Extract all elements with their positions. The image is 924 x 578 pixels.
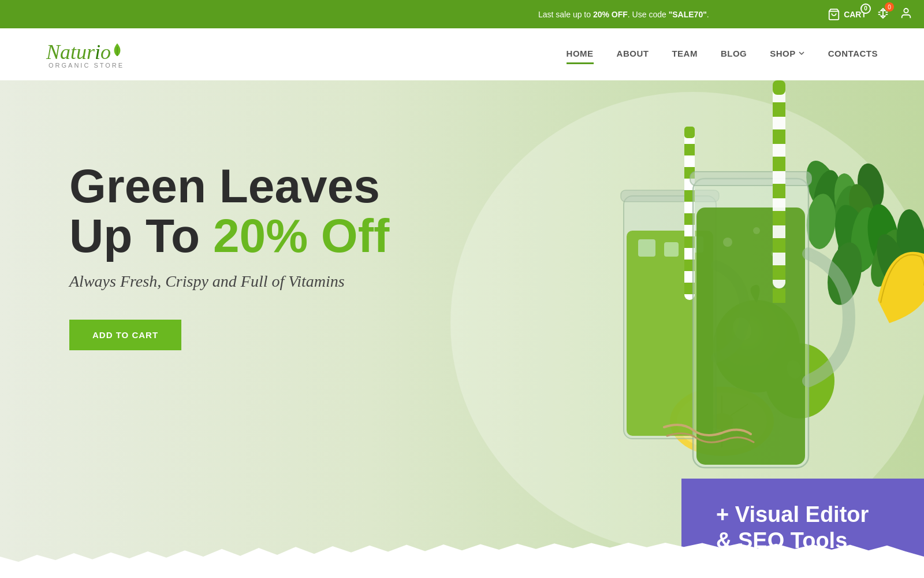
- hero-subtitle: Always Fresh, Crispy and Full of Vitamin…: [69, 272, 389, 291]
- hero-section: Green Leaves Up To 20% Off Always Fresh,…: [0, 80, 924, 577]
- badge-line1: + Visual Editor: [716, 502, 889, 528]
- compare-count: 0: [885, 2, 894, 12]
- hero-line2: Up To 20% Off: [69, 211, 389, 261]
- logo-name: Naturio: [46, 40, 111, 64]
- nav-team[interactable]: TEAM: [672, 49, 698, 61]
- logo-subtitle: ORGANIC STORE: [49, 62, 124, 69]
- header: Naturio ORGANIC STORE HOME ABOUT TEAM BL…: [0, 28, 924, 80]
- hero-line1: Green Leaves: [69, 161, 389, 211]
- user-icon: [900, 7, 912, 20]
- nav-home[interactable]: HOME: [567, 49, 594, 61]
- hero-content: Green Leaves Up To 20% Off Always Fresh,…: [69, 161, 389, 350]
- nav-about[interactable]: ABOUT: [617, 49, 649, 61]
- top-bar: Last sale up to 20% OFF. Use code "SALE7…: [0, 0, 924, 28]
- svg-rect-61: [773, 288, 785, 303]
- top-bar-icons: CART 0 0: [828, 7, 912, 21]
- nav-blog[interactable]: BLOG: [721, 49, 747, 61]
- svg-rect-58: [773, 211, 785, 225]
- hero-line2-black: Up To: [69, 209, 213, 262]
- svg-rect-51: [690, 172, 811, 186]
- svg-rect-34: [664, 242, 679, 257]
- nav-shop[interactable]: SHOP: [770, 49, 805, 61]
- chevron-down-icon: [798, 50, 805, 57]
- top-bar-message: Last sale up to 20% OFF. Use code "SALE7…: [420, 10, 828, 19]
- svg-rect-38: [684, 127, 695, 138]
- cart-icon: [828, 8, 840, 21]
- svg-rect-56: [773, 157, 785, 171]
- add-to-cart-button[interactable]: ADD TO CART: [69, 320, 181, 350]
- svg-rect-53: [773, 80, 785, 95]
- hero-line2-green: 20% Off: [213, 209, 389, 262]
- svg-rect-57: [773, 184, 785, 198]
- hero-headline: Green Leaves Up To 20% Off: [69, 161, 389, 261]
- svg-rect-33: [638, 239, 655, 257]
- svg-rect-59: [773, 238, 785, 253]
- svg-point-2: [904, 9, 908, 13]
- svg-rect-54: [773, 102, 785, 117]
- svg-rect-55: [773, 129, 785, 144]
- nav-contacts[interactable]: CONTACTS: [828, 49, 878, 61]
- svg-rect-60: [773, 265, 785, 280]
- cart-count: 0: [860, 3, 871, 14]
- compare-button[interactable]: 0: [877, 7, 889, 21]
- svg-rect-39: [684, 144, 695, 155]
- logo-leaf-icon: [112, 42, 122, 57]
- svg-rect-47: [696, 208, 805, 465]
- logo[interactable]: Naturio ORGANIC STORE: [46, 40, 124, 69]
- user-account-button[interactable]: [900, 7, 912, 21]
- cart-button[interactable]: CART 0: [828, 8, 866, 21]
- svg-point-48: [723, 238, 732, 247]
- main-nav: HOME ABOUT TEAM BLOG SHOP CONTACTS: [567, 49, 878, 61]
- svg-point-49: [753, 227, 760, 234]
